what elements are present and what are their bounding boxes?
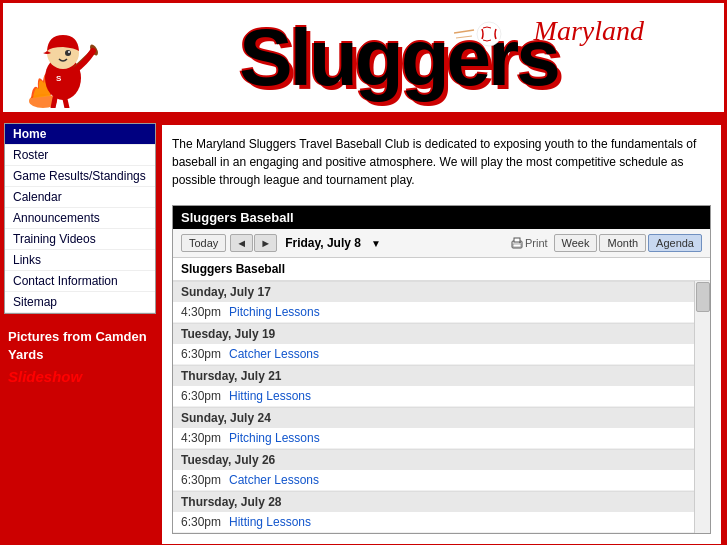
svg-point-5	[68, 51, 70, 53]
calendar-prev-button[interactable]: ◄	[230, 234, 253, 252]
event-title-link[interactable]: Hitting Lessons	[229, 389, 311, 403]
event-time: 6:30pm	[181, 347, 229, 361]
nav-item-sitemap[interactable]: Sitemap	[5, 292, 155, 313]
calendar-day-header: Thursday, July 21	[173, 365, 694, 386]
svg-text:S: S	[56, 74, 62, 83]
svg-rect-12	[514, 238, 520, 242]
scrollbar-thumb[interactable]	[696, 282, 710, 312]
svg-line-8	[454, 30, 474, 33]
event-title-link[interactable]: Pitching Lessons	[229, 431, 320, 445]
slideshow-link[interactable]: Slideshow	[8, 368, 152, 385]
table-row: 6:30pmCatcher Lessons	[173, 470, 694, 491]
svg-point-10	[477, 22, 501, 46]
event-time: 4:30pm	[181, 431, 229, 445]
event-time: 6:30pm	[181, 389, 229, 403]
calendar-day-header: Tuesday, July 26	[173, 449, 694, 470]
nav-item-announcements[interactable]: Announcements	[5, 208, 155, 229]
event-time: 4:30pm	[181, 305, 229, 319]
event-title-link[interactable]: Catcher Lessons	[229, 473, 319, 487]
calendar-day-header: Tuesday, July 19	[173, 323, 694, 344]
event-title-link[interactable]: Pitching Lessons	[229, 305, 320, 319]
calendar-scrollbar[interactable]	[694, 281, 710, 533]
mascot-image: S	[23, 13, 103, 108]
nav-item-home[interactable]: Home	[5, 124, 155, 145]
calendar-week-button[interactable]: Week	[554, 234, 598, 252]
nav-item-calendar[interactable]: Calendar	[5, 187, 155, 208]
table-row: 4:30pmPitching Lessons	[173, 428, 694, 449]
table-row: 4:30pmPitching Lessons	[173, 302, 694, 323]
calendar-day-header: Thursday, July 28	[173, 491, 694, 512]
calendar-sub-title: Sluggers Baseball	[173, 258, 710, 281]
intro-paragraph: The Maryland Sluggers Travel Baseball Cl…	[172, 135, 711, 189]
event-time: 6:30pm	[181, 515, 229, 529]
calendar-events-list: Sunday, July 174:30pmPitching LessonsTue…	[173, 281, 694, 533]
nav-item-training[interactable]: Training Videos	[5, 229, 155, 250]
calendar-next-button[interactable]: ►	[254, 234, 277, 252]
calendar-print-button[interactable]: Print	[511, 237, 548, 249]
event-title-link[interactable]: Catcher Lessons	[229, 347, 319, 361]
main-layout: Home Roster Game Results/Standings Calen…	[0, 119, 727, 545]
calendar-view-buttons: Print Week Month Agenda	[511, 234, 702, 252]
main-content: The Maryland Sluggers Travel Baseball Cl…	[160, 123, 723, 545]
print-label: Print	[525, 237, 548, 249]
svg-rect-13	[513, 244, 521, 247]
calendar-header-bar: Sluggers Baseball	[173, 206, 710, 229]
svg-point-14	[519, 242, 521, 244]
calendar-agenda-button[interactable]: Agenda	[648, 234, 702, 252]
header-title: Sluggers	[239, 18, 557, 98]
calendar-day-header: Sunday, July 17	[173, 281, 694, 302]
calendar-day-header: Sunday, July 24	[173, 407, 694, 428]
nav-item-contact[interactable]: Contact Information	[5, 271, 155, 292]
site-header: S	[0, 0, 727, 115]
calendar-month-button[interactable]: Month	[599, 234, 646, 252]
svg-point-4	[65, 50, 71, 56]
event-title-link[interactable]: Hitting Lessons	[229, 515, 311, 529]
nav-item-links[interactable]: Links	[5, 250, 155, 271]
calendar-widget: Sluggers Baseball Today ◄ ► Friday, July…	[172, 205, 711, 534]
calendar-toolbar: Today ◄ ► Friday, July 8 ▼	[173, 229, 710, 258]
sidebar: Home Roster Game Results/Standings Calen…	[0, 119, 160, 545]
svg-line-9	[456, 36, 472, 38]
nav-menu: Home Roster Game Results/Standings Calen…	[4, 123, 156, 314]
baseball-icon	[454, 18, 504, 61]
calendar-nav-group: ◄ ►	[230, 234, 277, 252]
calendar-date-label: Friday, July 8	[285, 236, 361, 250]
photos-title: Pictures from Camden Yards	[8, 328, 152, 364]
printer-icon	[511, 237, 523, 249]
calendar-dropdown-icon[interactable]: ▼	[371, 238, 381, 249]
table-row: 6:30pmHitting Lessons	[173, 386, 694, 407]
header-maryland: Maryland	[534, 15, 644, 47]
nav-item-results[interactable]: Game Results/Standings	[5, 166, 155, 187]
calendar-body: Sunday, July 174:30pmPitching LessonsTue…	[173, 281, 710, 533]
sidebar-photos-section: Pictures from Camden Yards Slideshow	[4, 324, 156, 389]
event-time: 6:30pm	[181, 473, 229, 487]
nav-item-roster[interactable]: Roster	[5, 145, 155, 166]
table-row: 6:30pmCatcher Lessons	[173, 344, 694, 365]
calendar-today-button[interactable]: Today	[181, 234, 226, 252]
table-row: 6:30pmHitting Lessons	[173, 512, 694, 533]
